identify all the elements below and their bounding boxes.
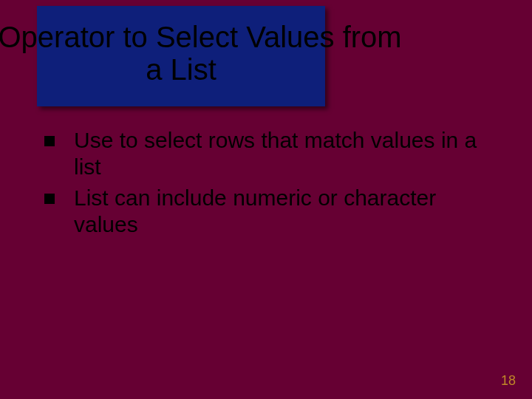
list-item: Use to select rows that match values in … xyxy=(44,127,502,180)
bullet-icon xyxy=(44,194,55,204)
slide: IN Operator to Select Values from a List… xyxy=(0,0,532,399)
list-item: List can include numeric or character va… xyxy=(44,185,502,238)
slide-content: Use to select rows that match values in … xyxy=(44,127,502,242)
bullet-text: Use to select rows that match values in … xyxy=(74,127,502,180)
page-number: 18 xyxy=(501,373,516,389)
bullet-text: List can include numeric or character va… xyxy=(74,185,502,238)
title-box: IN Operator to Select Values from a List xyxy=(37,6,325,106)
bullet-icon xyxy=(44,136,55,146)
slide-title: IN Operator to Select Values from a List xyxy=(0,21,407,86)
